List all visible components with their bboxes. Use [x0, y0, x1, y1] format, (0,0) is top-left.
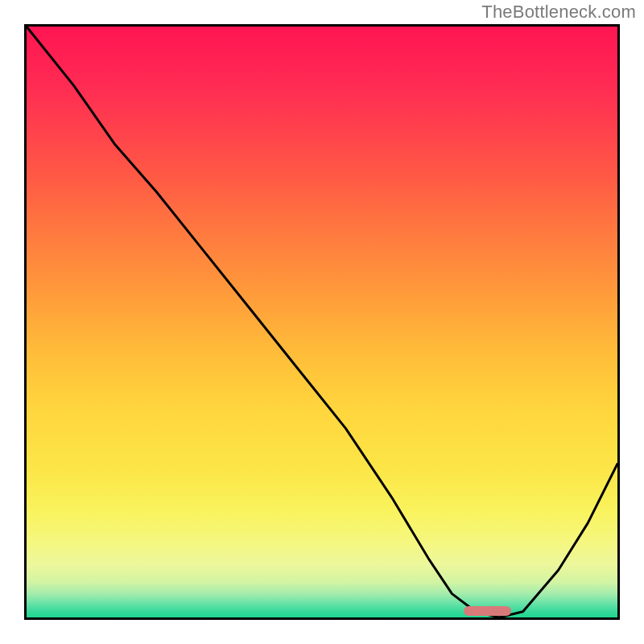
- plot-area: [24, 24, 620, 620]
- chart-canvas: TheBottleneck.com: [0, 0, 644, 644]
- bottleneck-curve: [27, 27, 617, 617]
- curve-svg: [27, 27, 617, 617]
- watermark-text: TheBottleneck.com: [481, 2, 636, 23]
- optimal-range-marker: [464, 606, 511, 616]
